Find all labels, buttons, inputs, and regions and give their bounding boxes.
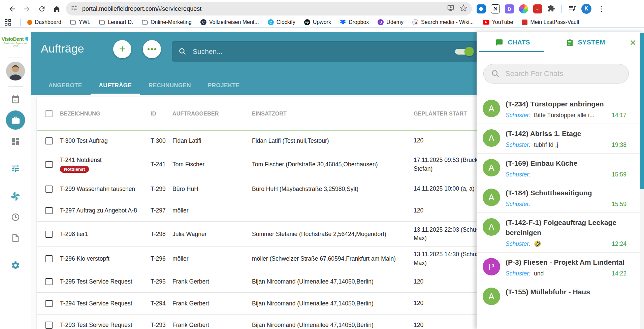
url-bar[interactable]: portal.mobilefieldreport.com/#servicereq… <box>66 2 472 15</box>
chat-search-input[interactable] <box>505 69 621 78</box>
forward-icon[interactable] <box>20 1 34 16</box>
notion-extension-icon[interactable]: N <box>491 4 500 13</box>
row-bezeichnung: T-297 Auftrag zu Angebot A-8 <box>60 207 151 214</box>
page-top-strip <box>0 27 644 32</box>
site-settings-icon[interactable] <box>71 5 77 13</box>
chat-title: (T-169) Einbau Küche <box>506 158 626 168</box>
media-playlist-icon[interactable] <box>568 4 576 13</box>
sidebar-divider <box>8 86 23 87</box>
row-id: T-298 <box>151 231 172 238</box>
row-checkbox[interactable] <box>45 231 53 238</box>
extension-icon-d[interactable]: D <box>505 4 514 13</box>
row-bezeichnung: T-300 Test Auftrag <box>60 137 151 144</box>
chat-scrollbar-thumb[interactable] <box>640 33 644 189</box>
chat-list-item[interactable]: A (T-234) Türstopper anbringen Schuster:… <box>477 94 644 124</box>
header-toggle[interactable] <box>455 48 474 55</box>
dropbox-icon <box>340 19 346 25</box>
lastpass-extension-icon[interactable]: ... <box>533 4 542 13</box>
bookmark-ywl[interactable]: YWL <box>70 19 91 25</box>
bookmark-label: Dropbox <box>349 19 369 25</box>
browser-profile-avatar[interactable]: K <box>581 4 591 14</box>
chat-list-item[interactable]: A (T-142-F-1) Folgeauftrag Leckage berei… <box>477 213 644 253</box>
tab-auftraege[interactable]: AUFTRÄGE <box>91 77 140 95</box>
home-icon[interactable] <box>49 1 64 16</box>
chat-search-bar[interactable] <box>483 64 629 84</box>
page-header: Aufträge + ANGEBOTE AUFTRÄGE RECHNUNGEN … <box>31 32 477 95</box>
tab-rechnungen[interactable]: RECHNUNGEN <box>140 77 199 95</box>
column-header-einsatzort[interactable]: EINSATZORT <box>252 111 414 117</box>
briefcase-icon <box>11 116 20 125</box>
row-checkbox[interactable] <box>45 161 53 168</box>
orders-search-bar[interactable] <box>172 41 477 62</box>
refresh-icon[interactable] <box>34 1 49 16</box>
bookmark-vollzeitreisen[interactable]: CVollzeitreisen Ment... <box>200 19 259 25</box>
sidebar-item-orders-active[interactable] <box>6 110 25 130</box>
sidebar-item-filters[interactable] <box>10 163 21 173</box>
row-id: T-297 <box>151 207 172 214</box>
chat-list-item[interactable]: A (T-184) Schuttbeseitigung Schuster: 15… <box>477 183 644 213</box>
column-header-auftraggeber[interactable]: AUFTRAGGEBER <box>172 111 252 117</box>
bookmark-lastpass[interactable]: ...Mein LastPass-Vault <box>522 19 579 25</box>
bookmark-udemy[interactable]: UUdemy <box>378 19 404 25</box>
row-checkbox[interactable] <box>45 207 53 214</box>
chat-title: (T-234) Türstopper anbringen <box>506 99 626 109</box>
row-id: T-293 <box>151 322 172 329</box>
row-checkbox[interactable] <box>45 322 53 329</box>
bookmark-online-marketing[interactable]: Online-Marketing <box>142 19 192 25</box>
bookmark-youtube[interactable]: YouTube <box>483 19 513 25</box>
bookmark-search-media[interactable]: Search media - Wiki... <box>412 19 474 25</box>
chat-list-item[interactable]: P (P-3) Fliesen - Projekt Am Lindental S… <box>477 253 644 282</box>
extension-icon-colorwheel[interactable] <box>519 4 528 13</box>
user-avatar[interactable] <box>6 62 25 80</box>
bookmark-star-icon[interactable] <box>460 4 467 13</box>
chat-message: tubhf fd ,j <box>534 141 608 149</box>
chat-message: 🤣 <box>534 240 608 248</box>
bookmarks-bar: Dashboard YWL Lennart D. Online-Marketin… <box>0 18 644 27</box>
bookmark-dropbox[interactable]: Dropbox <box>340 19 369 25</box>
tab-chats[interactable]: CHATS <box>477 39 549 46</box>
sidebar-item-dashboard[interactable] <box>10 136 21 146</box>
sidebar-item-fan[interactable] <box>10 191 21 201</box>
sidebar-divider <box>8 58 23 58</box>
row-checkbox[interactable] <box>45 186 53 193</box>
column-header-id[interactable]: ID <box>151 111 172 117</box>
install-app-icon[interactable] <box>447 4 454 13</box>
tab-projekte[interactable]: PROJEKTE <box>199 77 248 95</box>
extensions-puzzle-icon[interactable] <box>547 4 555 13</box>
back-icon[interactable] <box>5 1 20 16</box>
sidebar-item-time[interactable] <box>10 212 21 222</box>
more-options-button[interactable] <box>143 40 161 58</box>
row-bezeichnung: T-298 tier1 <box>60 231 151 238</box>
clockify-icon: C <box>268 19 274 25</box>
row-checkbox[interactable] <box>45 137 53 144</box>
chat-list-item[interactable]: A (T-142) Abriss 1. Etage Schuster: tubh… <box>477 124 644 154</box>
browser-menu-icon[interactable]: ⋮ <box>597 5 607 13</box>
column-header-bezeichnung[interactable]: BEZEICHNUNG <box>60 111 151 117</box>
chat-list-item[interactable]: A (T-169) Einbau Küche Schuster: 15:59 <box>477 154 644 183</box>
bookmarks-separator <box>20 19 21 26</box>
add-order-button[interactable]: + <box>113 40 131 58</box>
bookmark-label: Clockify <box>277 19 295 25</box>
bookmark-dashboard[interactable]: Dashboard <box>27 19 61 25</box>
row-checkbox[interactable] <box>45 255 53 262</box>
bookmark-lennart[interactable]: Lennart D. <box>99 19 133 25</box>
bookmark-clockify[interactable]: CClockify <box>268 19 295 25</box>
extension-icon-blue[interactable] <box>477 4 486 13</box>
orders-search-input[interactable] <box>193 47 470 56</box>
select-all-checkbox[interactable] <box>45 110 53 117</box>
sidebar-item-calendar[interactable] <box>10 94 21 104</box>
tab-angebote[interactable]: ANGEBOTE <box>40 77 91 95</box>
row-auftraggeber: Frank Gerbert <box>172 278 252 285</box>
apps-grid-icon[interactable] <box>5 19 11 26</box>
chat-avatar: A <box>483 129 500 147</box>
row-checkbox[interactable] <box>45 300 53 307</box>
sidebar-item-documents[interactable] <box>10 233 21 243</box>
sidebar-item-settings[interactable] <box>10 260 21 270</box>
folder-icon <box>99 19 105 25</box>
url-text[interactable]: portal.mobilefieldreport.com/#servicereq… <box>82 5 447 12</box>
chat-list-item[interactable]: A (T-155) Müllabfuhr - Haus <box>477 282 644 310</box>
row-checkbox[interactable] <box>45 278 53 285</box>
tab-system[interactable]: SYSTEM <box>549 39 622 46</box>
row-auftraggeber: Tom Fischer <box>172 161 252 168</box>
bookmark-upwork[interactable]: upUpwork <box>304 19 331 25</box>
